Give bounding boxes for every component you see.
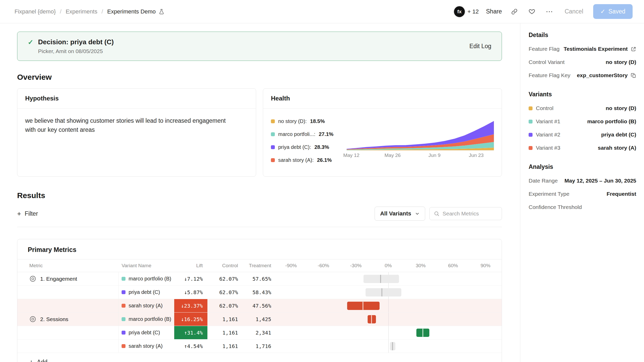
plus-icon: + (17, 210, 21, 218)
variant-swatch (122, 277, 125, 281)
metric-row[interactable]: 1. Engagement marco portfolio (B) ↓7.12%… (17, 272, 502, 286)
control-value: 62.07% (207, 286, 242, 299)
x-axis-label: Jun 23 (469, 153, 484, 158)
hypothesis-card-title: Hypothesis (17, 89, 256, 108)
search-metrics-input[interactable] (443, 211, 498, 217)
variant-value: no story (D) (606, 105, 636, 111)
variant-name: sarah story (A) (129, 343, 163, 349)
legend-label: sarah story (A): (278, 157, 314, 163)
breadcrumb: Fixpanel {demo} / Experiments / Experime… (15, 8, 165, 15)
treatment-value: 1,716 (242, 339, 275, 353)
health-chart-svg (347, 119, 494, 150)
more-menu-icon[interactable]: ⋯ (544, 6, 555, 17)
breadcrumb-separator: / (60, 8, 61, 15)
metric-row[interactable]: priya debt (C) ↑31.4% 1,161 2,341 (17, 326, 502, 339)
col-variant-name: Variant Name (118, 259, 174, 272)
confidence-interval-cell (275, 313, 502, 326)
variant-name: priya debt (C) (129, 330, 160, 336)
ci-bar (366, 288, 401, 296)
legend-item: sarah story (A): 26.1% (271, 157, 343, 163)
saved-button[interactable]: ✓ Saved (593, 4, 633, 19)
collaborator-avatars[interactable]: fx + 12 (453, 6, 479, 18)
breadcrumb-project[interactable]: Fixpanel {demo} (15, 8, 56, 15)
collaborator-count: + 12 (467, 8, 479, 15)
ci-estimate-tick (371, 315, 372, 323)
variant-swatch (122, 290, 125, 294)
zero-gridline (388, 326, 389, 339)
variant-name: marco portfolio (B) (129, 316, 171, 322)
variant-label: Control (536, 105, 554, 111)
variant-swatch (122, 317, 125, 321)
variant-name: marco portfolio (B) (129, 276, 171, 282)
control-variant-value: no story (D) (606, 59, 636, 65)
lift-axis: -90% -60% -30% 0% 30% 60% 90% (275, 259, 502, 272)
x-axis-label: May 12 (343, 153, 359, 158)
goal-icon (29, 316, 36, 323)
avatar[interactable]: fx (453, 6, 465, 18)
lift-value: ↓23.37% (174, 299, 207, 312)
ci-estimate-tick (363, 302, 363, 310)
control-value: 62.07% (207, 299, 242, 312)
copy-link-icon[interactable] (509, 6, 520, 17)
hypothesis-card: Hypothesis we believe that showing custo… (17, 88, 256, 177)
metric-row[interactable]: priya debt (C) ↓5.87% 62.07% 58.43% (17, 286, 502, 299)
variant-value: priya debt (C) (601, 132, 636, 138)
control-value: 1,161 (207, 339, 242, 353)
legend-value: 27.1% (319, 131, 333, 137)
zero-gridline (388, 339, 389, 353)
variant-name: sarah story (A) (129, 303, 163, 309)
overview-heading: Overview (17, 73, 502, 82)
breadcrumb-experiments[interactable]: Experiments (66, 8, 97, 15)
date-range-value: May 12, 2025 – Jun 30, 2025 (564, 178, 636, 184)
flask-icon (158, 9, 165, 15)
treatment-value: 57.65% (242, 272, 275, 285)
ci-estimate-tick (422, 329, 423, 337)
filter-button[interactable]: + Filter (17, 210, 38, 218)
lift-value: ↑31.4% (174, 326, 207, 339)
copy-icon[interactable] (631, 73, 636, 78)
variant-value: sarah story (A) (598, 145, 636, 151)
lift-value: ↓16.25% (174, 313, 207, 326)
table-header-row: Metric Variant Name Lift Control Treatme… (17, 259, 502, 272)
all-variants-dropdown[interactable]: All Variants (375, 207, 425, 221)
check-icon: ✓ (600, 8, 605, 15)
detail-row-feature-flag: Feature Flag Testimonials Experiment (529, 46, 636, 52)
variants-heading: Variants (529, 91, 636, 98)
metric-row[interactable]: 2. Sessions marco portfolio (B) ↓16.25% … (17, 313, 502, 326)
chevron-down-icon (415, 211, 420, 216)
edit-log-button[interactable]: Edit Log (470, 43, 491, 50)
variant-swatch (122, 304, 125, 308)
primary-metrics-card: Primary Metrics Metric Variant Name Lift… (17, 239, 502, 362)
lift-value: ↓7.12% (174, 272, 207, 285)
confidence-interval-cell (275, 272, 502, 285)
legend-label: marco portfoli...: (278, 131, 315, 137)
treatment-value: 1,425 (242, 313, 275, 326)
axis-tick: 30% (416, 263, 426, 269)
variant-row: Variant #2 priya debt (C) (529, 132, 636, 138)
metric-row[interactable]: sarah story (A) ↑4.54% 1,161 1,716 (17, 339, 502, 353)
variant-swatch (122, 331, 125, 335)
add-metric-button[interactable]: + Add (29, 358, 502, 362)
lift-value: ↓5.87% (174, 286, 207, 299)
metric-row[interactable]: sarah story (A) ↓23.37% 62.07% 47.56% (17, 299, 502, 313)
details-sidebar: Details Feature Flag Testimonials Experi… (520, 23, 644, 362)
cancel-button[interactable]: Cancel (562, 5, 586, 18)
variant-swatch (271, 119, 275, 123)
goal-icon (29, 275, 36, 282)
primary-metrics-title: Primary Metrics (17, 239, 502, 259)
analysis-label: Date Range (529, 178, 558, 184)
search-metrics-box[interactable] (429, 207, 502, 220)
variant-swatch (271, 132, 275, 136)
legend-item: priya debt (C): 28.3% (271, 144, 343, 150)
variant-row: Variant #3 sarah story (A) (529, 145, 636, 151)
detail-row-control-variant: Control Variant no story (D) (529, 59, 636, 65)
variant-swatch (529, 133, 533, 137)
share-button[interactable]: Share (486, 8, 502, 15)
hypothesis-text: we believe that showing customer stories… (17, 108, 237, 176)
metric-name: 1. Engagement (40, 276, 77, 282)
analysis-row-experiment-type: Experiment Type Frequentist (529, 191, 636, 197)
variant-name: priya debt (C) (129, 289, 160, 295)
analysis-row-confidence-threshold: Confidence Threshold (529, 204, 636, 210)
external-link-icon[interactable] (631, 46, 636, 52)
favorite-heart-icon[interactable] (527, 6, 537, 17)
